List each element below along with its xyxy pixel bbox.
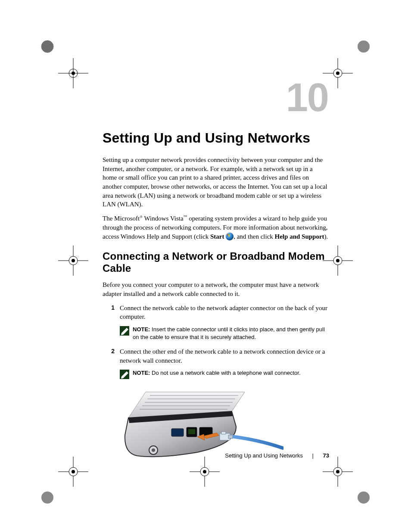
note-icon xyxy=(120,370,129,379)
svg-point-17 xyxy=(72,259,75,262)
intro-paragraph-2: The Microsoft® Windows Vista™ operating … xyxy=(103,214,328,241)
note-block: NOTE: Insert the cable connector until i… xyxy=(120,326,328,341)
note-block: NOTE: Do not use a network cable with a … xyxy=(120,369,328,379)
section-intro: Before you connect your computer to a ne… xyxy=(103,280,328,298)
intro-paragraph-1: Setting up a computer network provides c… xyxy=(103,156,328,209)
note-body: Insert the cable connector until it clic… xyxy=(133,326,325,340)
note-text: NOTE: Do not use a network cable with a … xyxy=(133,369,301,379)
note-label: NOTE: xyxy=(133,370,150,376)
svg-rect-43 xyxy=(171,429,184,436)
text: Windows Vista xyxy=(143,215,184,222)
chapter-number: 10 xyxy=(103,78,328,117)
text: , and then click xyxy=(234,233,274,240)
svg-rect-49 xyxy=(221,432,226,434)
note-body: Do not use a network cable with a teleph… xyxy=(150,370,300,376)
note-label: NOTE: xyxy=(133,326,150,333)
text: The Microsoft xyxy=(103,215,140,222)
registration-mark-icon xyxy=(323,457,353,487)
svg-point-9 xyxy=(358,40,370,53)
footer-page-number: 73 xyxy=(323,452,329,459)
svg-point-27 xyxy=(358,492,370,504)
svg-point-35 xyxy=(203,470,206,473)
svg-point-51 xyxy=(152,448,155,452)
registration-mark-icon xyxy=(58,58,88,88)
text: ). xyxy=(324,233,328,240)
step-text: Connect the network cable to the network… xyxy=(120,304,328,321)
help-support-label: Help and Support xyxy=(275,233,324,240)
note-text: NOTE: Insert the cable connector until i… xyxy=(133,326,328,341)
footer-section: Setting Up and Using Networks xyxy=(225,452,303,459)
step-item: 2 Connect the other end of the network c… xyxy=(103,347,328,365)
svg-point-13 xyxy=(336,72,339,75)
laptop-network-cable-figure xyxy=(120,388,283,461)
start-label: Start xyxy=(210,233,224,240)
step-text: Connect the other end of the network cab… xyxy=(120,347,328,365)
registration-mark-icon xyxy=(190,457,220,487)
section-heading: Connecting a Network or Broadband Modem … xyxy=(103,250,328,274)
page-footer: Setting Up and Using Networks | 73 xyxy=(225,452,329,459)
step-number: 2 xyxy=(103,347,120,365)
svg-point-26 xyxy=(72,470,75,473)
svg-rect-45 xyxy=(188,429,195,434)
note-icon xyxy=(120,326,129,336)
page-content: 10 Setting Up and Using Networks Setting… xyxy=(103,78,328,461)
step-number: 1 xyxy=(103,304,120,321)
svg-point-22 xyxy=(41,492,53,504)
svg-point-31 xyxy=(336,470,339,473)
svg-rect-48 xyxy=(228,435,233,439)
svg-point-21 xyxy=(336,259,339,262)
step-item: 1 Connect the network cable to the netwo… xyxy=(103,304,328,321)
trademark-symbol: ™ xyxy=(184,215,187,219)
footer-separator: | xyxy=(312,452,314,459)
registration-mark-icon xyxy=(58,246,88,276)
windows-start-icon xyxy=(226,233,234,240)
registration-mark-icon xyxy=(58,457,88,487)
svg-point-2 xyxy=(41,40,53,53)
chapter-title: Setting Up and Using Networks xyxy=(103,130,328,146)
